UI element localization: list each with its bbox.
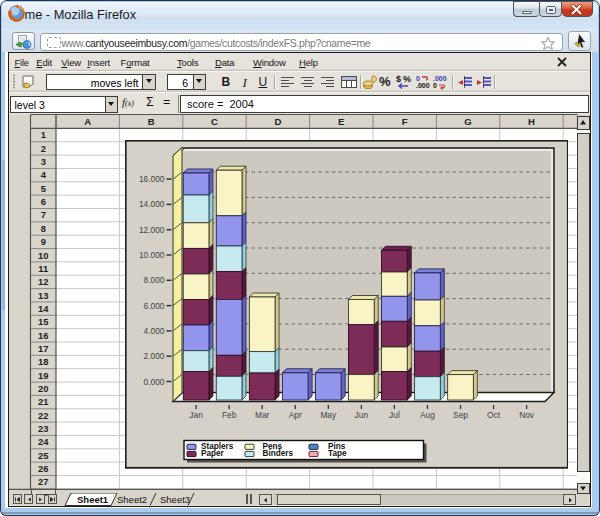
- svg-text:19: 19: [38, 370, 48, 381]
- svg-text:1: 1: [41, 129, 46, 140]
- svg-text:4.000: 4.000: [143, 326, 164, 336]
- svg-text:14: 14: [38, 303, 49, 314]
- svg-text:3: 3: [41, 156, 46, 167]
- svg-text:Nov: Nov: [519, 410, 535, 420]
- svg-text:27: 27: [38, 476, 48, 487]
- svg-text:12.000: 12.000: [138, 225, 164, 235]
- svg-text:22: 22: [38, 410, 48, 421]
- svg-text:Jan: Jan: [189, 410, 203, 420]
- svg-text:25: 25: [38, 450, 48, 461]
- svg-text:A: A: [84, 116, 91, 127]
- svg-text:8.000: 8.000: [143, 275, 164, 285]
- svg-text:Jun: Jun: [354, 410, 368, 420]
- svg-text:13: 13: [38, 290, 48, 301]
- svg-text:C: C: [211, 116, 218, 127]
- svg-text:20: 20: [38, 383, 48, 394]
- svg-text:Oct: Oct: [487, 410, 501, 420]
- svg-text:10: 10: [38, 250, 48, 261]
- svg-text:Mar: Mar: [254, 410, 269, 420]
- svg-text:4: 4: [41, 169, 47, 180]
- svg-text:B: B: [148, 116, 155, 127]
- svg-text:Sheet3: Sheet3: [160, 493, 190, 504]
- svg-text:H: H: [528, 116, 535, 127]
- svg-text:2.000: 2.000: [143, 351, 164, 361]
- svg-text:9: 9: [41, 236, 46, 247]
- svg-text:E: E: [338, 116, 345, 127]
- svg-text:May: May: [320, 410, 337, 420]
- svg-text:Jul: Jul: [389, 410, 400, 420]
- svg-text:17: 17: [38, 343, 48, 354]
- svg-text:Sheet2: Sheet2: [117, 493, 147, 504]
- svg-text:15: 15: [38, 316, 48, 327]
- svg-text:6.000: 6.000: [143, 301, 164, 311]
- svg-text:16: 16: [38, 330, 48, 341]
- svg-text:F: F: [402, 116, 408, 127]
- svg-text:18: 18: [38, 356, 48, 367]
- svg-text:Tape: Tape: [328, 449, 347, 458]
- svg-text:11: 11: [38, 263, 48, 274]
- svg-text:8: 8: [41, 223, 46, 234]
- svg-text:Feb: Feb: [221, 410, 236, 420]
- svg-text:6: 6: [41, 196, 46, 207]
- svg-text:14.000: 14.000: [138, 199, 164, 209]
- svg-text:23: 23: [38, 423, 48, 434]
- svg-text:2: 2: [41, 143, 46, 154]
- svg-text:Paper: Paper: [201, 449, 225, 458]
- svg-text:D: D: [274, 116, 281, 127]
- svg-text:24: 24: [38, 436, 49, 447]
- svg-text:0.000: 0.000: [143, 377, 164, 387]
- svg-text:5: 5: [41, 183, 46, 194]
- svg-text:12: 12: [38, 276, 48, 287]
- svg-text:G: G: [464, 116, 471, 127]
- svg-text:10.000: 10.000: [138, 250, 164, 260]
- svg-text:Binders: Binders: [262, 449, 293, 458]
- svg-text:Sheet1: Sheet1: [77, 493, 109, 504]
- svg-text:21: 21: [38, 396, 48, 407]
- svg-text:Aug: Aug: [419, 410, 434, 420]
- svg-text:Apr: Apr: [288, 410, 301, 420]
- svg-text:Sep: Sep: [453, 410, 468, 420]
- svg-text:26: 26: [38, 463, 48, 474]
- svg-text:16.000: 16.000: [138, 174, 164, 184]
- svg-text:7: 7: [41, 209, 46, 220]
